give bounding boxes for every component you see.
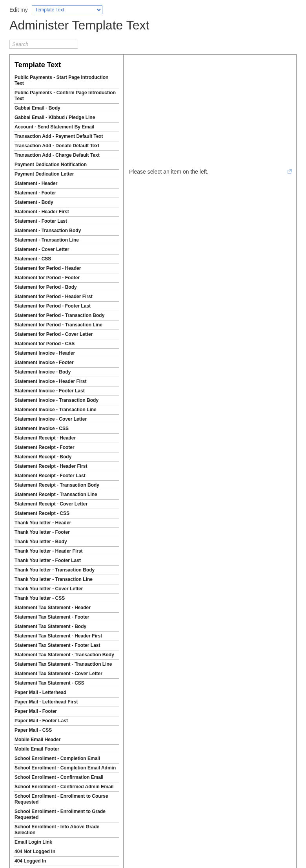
list-item[interactable]: Statement for Period - Footer — [14, 273, 119, 283]
list-item[interactable]: Statement Invoice - Transaction Body — [14, 396, 119, 405]
list-item[interactable]: Mobile Email Header — [14, 735, 119, 745]
list-item[interactable]: 404 Logged In — [14, 857, 119, 866]
list-item[interactable]: Statement Receipt - Footer — [14, 443, 119, 452]
list-item[interactable]: Statement Invoice - CSS — [14, 424, 119, 434]
list-item[interactable]: Statement Invoice - Body — [14, 368, 119, 377]
list-item[interactable]: Statement Tax Statement - Transaction Bo… — [14, 650, 119, 660]
list-item[interactable]: Statement Tax Statement - Footer — [14, 613, 119, 622]
external-link-icon[interactable] — [287, 168, 292, 174]
template-item-list: Public Payments - Start Page Introductio… — [14, 73, 119, 868]
list-item[interactable]: Transaction Add - Payment Default Text — [14, 132, 119, 141]
right-panel-message: Please select an item on the left. — [129, 168, 208, 175]
list-item[interactable]: Email Login Link — [14, 838, 119, 847]
left-panel: Template Text Public Payments - Start Pa… — [10, 55, 124, 868]
search-input[interactable] — [9, 40, 78, 49]
list-item[interactable]: Paper Mail - CSS — [14, 726, 119, 735]
list-item[interactable]: School Enrollment - Completion Email Adm… — [14, 764, 119, 773]
list-item[interactable]: Statement Tax Statement - Transaction Li… — [14, 660, 119, 669]
list-item[interactable]: Statement for Period - Header — [14, 264, 119, 273]
list-item[interactable]: Statement for Period - Transaction Line — [14, 320, 119, 330]
list-item[interactable]: Statement Tax Statement - Cover Letter — [14, 669, 119, 679]
list-item[interactable]: Payment Dedication Notification — [14, 160, 119, 170]
list-item[interactable]: School Enrollment - Confirmation Email — [14, 773, 119, 782]
list-item[interactable]: Paper Mail - Footer — [14, 707, 119, 716]
list-item[interactable]: Statement - Header — [14, 179, 119, 189]
list-item[interactable]: Statement Invoice - Transaction Line — [14, 405, 119, 415]
list-item[interactable]: School Enrollment - Enrollment to Course… — [14, 792, 119, 807]
list-item[interactable]: Statement for Period - Header First — [14, 292, 119, 302]
list-item[interactable]: Statement Receipt - Body — [14, 452, 119, 462]
list-item[interactable]: Statement Invoice - Cover Letter — [14, 415, 119, 424]
list-item[interactable]: Gabbai Email - Kibbud / Pledge Line — [14, 113, 119, 123]
list-item[interactable]: Statement for Period - Transaction Body — [14, 311, 119, 320]
list-item[interactable]: Statement Tax Statement - Header — [14, 603, 119, 613]
list-item[interactable]: Transaction Add - Charge Default Text — [14, 151, 119, 160]
panel-container: Template Text Public Payments - Start Pa… — [9, 54, 297, 868]
list-item[interactable]: Mobile Email Footer — [14, 745, 119, 754]
list-item[interactable]: Thank You letter - Body — [14, 537, 119, 547]
list-item[interactable]: Statement Receipt - Header First — [14, 462, 119, 471]
list-item[interactable]: Thank You letter - Transaction Line — [14, 575, 119, 584]
list-item[interactable]: Payment Dedication Letter — [14, 170, 119, 179]
list-item[interactable]: Statement Tax Statement - Body — [14, 622, 119, 632]
page-title: Administer Template Text — [9, 18, 297, 33]
list-item[interactable]: Statement Receipt - Cover Letter — [14, 500, 119, 509]
list-item[interactable]: Statement - Header First — [14, 207, 119, 217]
list-item[interactable]: Paper Mail - Footer Last — [14, 716, 119, 726]
list-item[interactable]: Public Payments - Start Page Introductio… — [14, 73, 119, 88]
list-item[interactable]: Thank You letter - Footer — [14, 528, 119, 537]
list-item[interactable]: Transaction Add - Donate Default Text — [14, 141, 119, 151]
list-item[interactable]: Statement - Body — [14, 198, 119, 207]
topbar-label: Edit my — [9, 7, 28, 13]
list-item[interactable]: Statement - Footer Last — [14, 217, 119, 226]
list-item[interactable]: Paper Mail - Letterhead — [14, 688, 119, 698]
page-root: Edit my Template Text Administer Templat… — [0, 0, 306, 868]
list-item[interactable]: Statement Receipt - Transaction Line — [14, 490, 119, 500]
list-item[interactable]: Statement Receipt - Footer Last — [14, 471, 119, 481]
list-item[interactable]: Statement Tax Statement - Footer Last — [14, 641, 119, 650]
list-item[interactable]: Statement - Footer — [14, 189, 119, 198]
list-item[interactable]: Statement Tax Statement - Header First — [14, 632, 119, 641]
list-item[interactable]: School Enrollment - Confirmed Admin Emai… — [14, 782, 119, 792]
list-item[interactable]: School Enrollment - Info Above Grade Sel… — [14, 822, 119, 838]
list-item[interactable]: Thank You letter - Header — [14, 518, 119, 528]
list-item[interactable]: Directory Page Top — [14, 866, 119, 868]
list-item[interactable]: Statement - CSS — [14, 255, 119, 264]
list-item[interactable]: Account - Send Statement By Email — [14, 123, 119, 132]
list-item[interactable]: Statement Invoice - Footer Last — [14, 386, 119, 396]
right-panel: Please select an item on the left. — [124, 55, 296, 868]
list-item[interactable]: Public Payments - Confirm Page Introduct… — [14, 88, 119, 104]
list-item[interactable]: Statement - Transaction Line — [14, 236, 119, 245]
list-item[interactable]: School Enrollment - Enrollment to Grade … — [14, 807, 119, 822]
left-panel-heading: Template Text — [15, 61, 119, 69]
list-item[interactable]: Statement for Period - CSS — [14, 339, 119, 349]
list-item[interactable]: Statement - Transaction Body — [14, 226, 119, 236]
list-item[interactable]: Statement for Period - Cover Letter — [14, 330, 119, 339]
list-item[interactable]: Thank You letter - Cover Letter — [14, 584, 119, 594]
list-item[interactable]: Statement Receipt - Header — [14, 434, 119, 443]
list-item[interactable]: Gabbai Email - Body — [14, 104, 119, 113]
list-item[interactable]: Thank You letter - CSS — [14, 594, 119, 603]
list-item[interactable]: Statement Invoice - Header — [14, 349, 119, 358]
list-item[interactable]: Statement for Period - Footer Last — [14, 302, 119, 311]
list-item[interactable]: 404 Not Logged In — [14, 847, 119, 857]
list-item[interactable]: Statement for Period - Body — [14, 283, 119, 292]
list-item[interactable]: Thank You letter - Transaction Body — [14, 566, 119, 575]
topbar: Edit my Template Text — [9, 5, 297, 14]
list-item[interactable]: Statement Invoice - Footer — [14, 358, 119, 368]
list-item[interactable]: Paper Mail - Letterhead First — [14, 698, 119, 707]
list-item[interactable]: Thank You letter - Footer Last — [14, 556, 119, 566]
list-item[interactable]: Statement Receipt - Transaction Body — [14, 481, 119, 490]
edit-my-dropdown[interactable]: Template Text — [32, 5, 102, 14]
list-item[interactable]: Statement - Cover Letter — [14, 245, 119, 255]
list-item[interactable]: Statement Invoice - Header First — [14, 377, 119, 386]
list-item[interactable]: School Enrollment - Completion Email — [14, 754, 119, 764]
list-item[interactable]: Statement Receipt - CSS — [14, 509, 119, 518]
list-item[interactable]: Thank You letter - Header First — [14, 547, 119, 556]
list-item[interactable]: Statement Tax Statement - CSS — [14, 679, 119, 688]
